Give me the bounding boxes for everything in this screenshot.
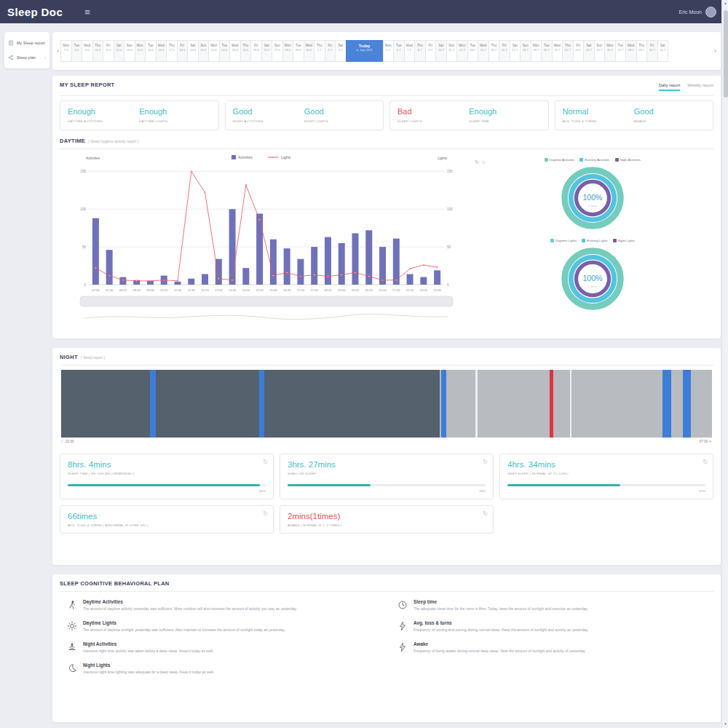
metric-value: 4hrs. 34mins xyxy=(507,460,705,469)
date-cell[interactable]: Sat3.7 xyxy=(335,40,347,62)
divider xyxy=(60,591,713,592)
date-cell[interactable]: Fri2.7 xyxy=(325,40,336,62)
date-cell[interactable]: Fri30.7 xyxy=(646,40,658,62)
date-cell[interactable]: Wed28.7 xyxy=(625,40,637,62)
donut-legend: Daytime ActivitiesEvening ActivitiesNigh… xyxy=(545,158,641,162)
date-cell[interactable]: Tue6.7 xyxy=(393,40,405,62)
date-cell[interactable]: Thu24.6 xyxy=(240,40,252,62)
hamburger-menu-icon[interactable]: ≡ xyxy=(84,7,90,17)
date-cell[interactable]: Wed21.7 xyxy=(552,40,563,62)
date-cell[interactable]: Fri18.6 xyxy=(177,40,189,62)
metric-value: 66times xyxy=(68,512,266,521)
date-cell[interactable]: Tue8.6 xyxy=(71,40,83,62)
date-cell[interactable]: Thu10.6 xyxy=(92,40,104,62)
date-cell[interactable]: Fri9.7 xyxy=(425,40,437,62)
date-cell[interactable]: Sat31.7 xyxy=(657,40,669,62)
date-cell[interactable]: Sat17.7 xyxy=(510,40,521,62)
date-cell[interactable]: Sat12.6 xyxy=(114,40,125,62)
date-cell[interactable]: Sun11.7 xyxy=(446,40,458,62)
summary-card: NormalAVG. TOSS & TURNSGoodAWAKE xyxy=(555,100,714,130)
date-cell[interactable]: Wed9.6 xyxy=(82,40,93,62)
date-cell-today[interactable]: Today4, July 2021 xyxy=(346,40,384,62)
date-cell[interactable]: Sat26.6 xyxy=(261,40,273,62)
date-cell[interactable]: Sat10.7 xyxy=(435,40,447,62)
date-cell[interactable]: Fri16.7 xyxy=(499,40,510,62)
page-scrollbar[interactable]: ▲ ▼ xyxy=(721,0,728,728)
date-cell[interactable]: Mon19.7 xyxy=(531,40,542,62)
scrollbar-thumb[interactable] xyxy=(724,10,728,98)
date-cell[interactable]: Thu8.7 xyxy=(414,40,426,62)
svg-text:150: 150 xyxy=(447,170,453,173)
legend-item: Daytime Activities xyxy=(545,158,574,162)
sync-icon[interactable]: ↻ xyxy=(483,459,488,465)
sidebar-item-sleep-plan[interactable]: Sleep plan › xyxy=(4,50,50,65)
sync-icon[interactable]: ↻ xyxy=(483,510,488,517)
date-cell[interactable]: Thu29.7 xyxy=(636,40,648,62)
date-cell[interactable]: Thu22.7 xyxy=(562,40,574,62)
share-icon xyxy=(8,55,14,60)
summary-value: Enough xyxy=(68,107,139,116)
date-cell[interactable]: Tue27.7 xyxy=(615,40,627,62)
date-cell[interactable]: Mon21.6 xyxy=(208,40,220,62)
date-cell[interactable]: Mon28.6 xyxy=(282,40,294,62)
svg-text:23:00: 23:00 xyxy=(420,288,428,292)
sun-icon: ☀ xyxy=(709,439,712,443)
plan-item-title: Night Activities xyxy=(83,641,213,646)
date-cell[interactable]: Wed30.6 xyxy=(304,40,315,62)
sync-icon[interactable]: ↻ xyxy=(263,510,268,517)
sidebar-item-my-sleep-report[interactable]: My Sleep report xyxy=(4,36,50,50)
date-prev-button[interactable]: ‹ xyxy=(55,47,60,55)
svg-text:0: 0 xyxy=(447,283,449,287)
zap-icon xyxy=(397,642,408,652)
date-cell[interactable]: Sun18.7 xyxy=(520,40,531,62)
date-cell[interactable]: Sun27.6 xyxy=(272,40,283,62)
date-cell[interactable]: Sun25.7 xyxy=(594,40,606,62)
date-cell[interactable]: Tue15.6 xyxy=(145,40,157,62)
metric-card: ↻4hrs. 34minsDEEP SLEEP ( NORMAL UP TO 1… xyxy=(499,454,713,499)
svg-text:100: 100 xyxy=(80,207,86,211)
date-cell[interactable]: Mon12.7 xyxy=(456,40,468,62)
date-cell[interactable]: Wed14.7 xyxy=(478,40,489,62)
night-title: NIGHT xyxy=(60,354,78,360)
date-cell[interactable]: Wed23.6 xyxy=(229,40,241,62)
progress-percent: 80% xyxy=(68,489,266,493)
user-menu[interactable]: Eric Moon xyxy=(678,7,716,17)
date-cell[interactable]: Sun20.6 xyxy=(198,40,210,62)
date-cell[interactable]: Wed7.7 xyxy=(404,40,416,62)
date-cell[interactable]: Thu17.6 xyxy=(166,40,178,62)
sync-icon[interactable]: ↻ xyxy=(703,459,708,465)
date-cell[interactable]: Fri23.7 xyxy=(573,40,585,62)
date-cell[interactable]: Fri11.6 xyxy=(103,40,114,62)
tab-weekly-report[interactable]: Weekly report xyxy=(687,83,713,91)
night-subtitle: ( Sleep report ) xyxy=(81,355,105,360)
svg-text:15:00: 15:00 xyxy=(256,288,264,292)
date-cell[interactable]: Sat19.6 xyxy=(187,40,199,62)
date-cell[interactable]: Wed16.6 xyxy=(156,40,167,62)
date-cell[interactable]: Sat24.7 xyxy=(583,40,595,62)
date-cell[interactable]: Fri25.6 xyxy=(250,40,262,62)
summary-pair: EnoughDAYTIME LIGHTS xyxy=(139,107,210,123)
date-cell[interactable]: Thu15.7 xyxy=(488,40,500,62)
date-cell[interactable]: Mon26.7 xyxy=(604,40,616,62)
date-cell[interactable]: Tue29.6 xyxy=(293,40,304,62)
date-cell[interactable]: Mon14.6 xyxy=(135,40,146,62)
svg-text:08:20: 08:20 xyxy=(119,288,127,292)
date-cell[interactable]: Sun13.6 xyxy=(124,40,135,62)
date-cell[interactable]: Mon7.6 xyxy=(60,40,72,62)
date-cell[interactable]: Tue20.7 xyxy=(541,40,553,62)
home-icon[interactable]: ⌂ xyxy=(482,159,485,165)
scroll-down-icon[interactable]: ▼ xyxy=(722,721,728,728)
tab-daily-report[interactable]: Daily report xyxy=(659,83,681,91)
date-cell[interactable]: Tue22.6 xyxy=(219,40,231,62)
scroll-up-icon[interactable]: ▲ xyxy=(722,0,728,7)
summary-label: SLEEP TIME xyxy=(469,119,540,123)
date-cell[interactable]: Thu1.7 xyxy=(314,40,325,62)
legend-item: Night Activities xyxy=(615,158,641,162)
sync-icon[interactable]: ↻ xyxy=(263,459,268,465)
summary-value: Good xyxy=(634,107,705,116)
date-cell[interactable]: Mon5.7 xyxy=(383,40,395,62)
svg-text:50: 50 xyxy=(447,245,451,249)
refresh-icon[interactable]: ↻ xyxy=(475,159,479,165)
date-cell[interactable]: Tue13.7 xyxy=(467,40,479,62)
date-next-button[interactable]: › xyxy=(713,47,718,55)
